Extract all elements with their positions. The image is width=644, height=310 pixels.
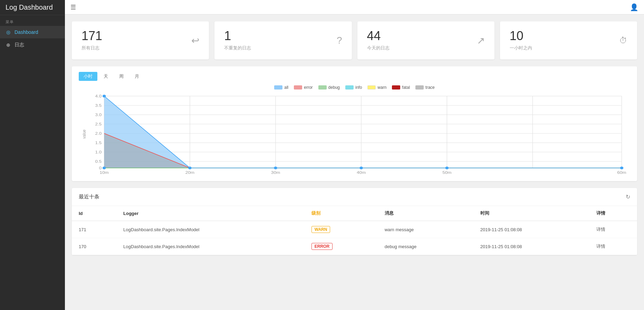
- point-60m: [620, 167, 624, 169]
- svg-text:10m: 10m: [100, 170, 109, 175]
- point-start: [103, 95, 106, 97]
- chart-legend: all error debug info warn: [79, 85, 630, 90]
- point-50m: [445, 167, 449, 169]
- stat-number-unique: 1: [224, 30, 251, 42]
- logs-table: Id Logger 级别 消息 时间 详情 171 LogDashboard.s…: [72, 206, 637, 255]
- cell-level: WARN: [305, 221, 378, 238]
- cell-time: 2019-11-25 01:08:08: [473, 221, 589, 238]
- refresh-icon[interactable]: ↻: [626, 194, 630, 200]
- sidebar-item-logs[interactable]: ⊕ 日志: [0, 38, 65, 51]
- cell-id: 170: [72, 238, 116, 255]
- point-30m: [274, 167, 277, 169]
- chart-svg: 4.0 3.5 3.0 2.5 2.0 1.5 1.0 0.5 0 value …: [79, 93, 630, 176]
- chart-container: 4.0 3.5 3.0 2.5 2.0 1.5 1.0 0.5 0 value …: [79, 93, 630, 176]
- sidebar-item-label-logs: 日志: [15, 42, 24, 48]
- sidebar: Log Dashboard 菜单 ◎ Dashboard ⊕ 日志: [0, 0, 65, 310]
- topbar: ☰ 👤: [65, 0, 644, 15]
- legend-warn: warn: [367, 85, 386, 90]
- cell-logger: LogDashboard.site.Pages.IndexModel: [116, 238, 305, 255]
- col-message: 消息: [378, 206, 473, 221]
- stat-card-today: 44 今天的日志 ↗: [357, 21, 494, 59]
- line-all: [104, 96, 622, 168]
- sidebar-title: Log Dashboard: [0, 0, 65, 15]
- cell-message: debug message: [378, 238, 473, 255]
- legend-info: info: [345, 85, 362, 90]
- col-detail: 详情: [589, 206, 637, 221]
- svg-text:2.5: 2.5: [95, 122, 102, 126]
- content: 171 所有日志 ↩ 1 不重复的日志 ? 44 今天的日志 ↗: [65, 15, 644, 262]
- cell-detail[interactable]: 详情: [589, 221, 637, 238]
- table-header-bar: 最近十条 ↻: [72, 188, 637, 206]
- legend-label-info: info: [355, 85, 362, 90]
- dashboard-icon: ◎: [6, 29, 11, 35]
- detail-link[interactable]: 详情: [596, 244, 605, 249]
- stat-number-hour: 10: [510, 30, 532, 42]
- point-40m: [359, 167, 363, 169]
- stat-number-today: 44: [367, 30, 390, 42]
- legend-label-warn: warn: [377, 85, 386, 90]
- stat-label-today: 今天的日志: [367, 45, 390, 51]
- sidebar-section-label: 菜单: [0, 15, 65, 26]
- cell-level: ERROR: [305, 238, 378, 255]
- topbar-right: 👤: [630, 3, 638, 11]
- cell-detail[interactable]: 详情: [589, 238, 637, 255]
- legend-all: all: [274, 85, 288, 90]
- svg-text:30m: 30m: [271, 170, 280, 175]
- stat-card-hour: 10 一小时之内 ⏱: [500, 21, 637, 59]
- legend-label-fatal: fatal: [402, 85, 410, 90]
- unique-logs-icon: ?: [337, 35, 342, 46]
- level-badge-warn: WARN: [311, 226, 330, 233]
- stat-label-hour: 一小时之内: [510, 45, 532, 51]
- hour-logs-icon: ⏱: [619, 36, 627, 45]
- col-logger: Logger: [116, 206, 305, 221]
- logs-icon: ⊕: [6, 42, 11, 48]
- legend-fatal: fatal: [392, 85, 410, 90]
- chart-tabs: 小时 天 周 月: [79, 72, 630, 81]
- table-row: 170 LogDashboard.site.Pages.IndexModel E…: [72, 238, 637, 255]
- svg-text:20m: 20m: [185, 170, 194, 175]
- cell-id: 171: [72, 221, 116, 238]
- svg-text:0.5: 0.5: [95, 159, 102, 163]
- legend-label-all: all: [284, 85, 288, 90]
- cell-time: 2019-11-25 01:08:08: [473, 238, 589, 255]
- table-section: 最近十条 ↻ Id Logger 级别 消息 时间 详情 171: [72, 188, 637, 255]
- svg-text:0: 0: [99, 166, 102, 170]
- svg-text:2.0: 2.0: [95, 131, 102, 135]
- svg-text:3.0: 3.0: [95, 113, 102, 117]
- point-20m: [188, 167, 192, 169]
- stat-label-unique: 不重复的日志: [224, 45, 251, 51]
- chart-section: 小时 天 周 月 all error debug: [72, 66, 637, 181]
- legend-error: error: [294, 85, 313, 90]
- legend-color-trace: [415, 85, 424, 90]
- sidebar-item-label-dashboard: Dashboard: [15, 29, 38, 35]
- today-logs-icon: ↗: [477, 35, 485, 46]
- table-body: 171 LogDashboard.site.Pages.IndexModel W…: [72, 221, 637, 255]
- svg-text:value: value: [81, 130, 87, 139]
- chart-tab-day[interactable]: 天: [99, 72, 113, 81]
- legend-label-debug: debug: [328, 85, 340, 90]
- stat-label-all: 所有日志: [81, 45, 102, 51]
- col-level: 级别: [305, 206, 378, 221]
- svg-text:1.0: 1.0: [95, 150, 102, 154]
- legend-color-fatal: [392, 85, 400, 90]
- col-id: Id: [72, 206, 116, 221]
- svg-text:60m: 60m: [617, 170, 626, 175]
- chart-tab-hour[interactable]: 小时: [79, 72, 97, 81]
- table-head: Id Logger 级别 消息 时间 详情: [72, 206, 637, 221]
- legend-debug: debug: [318, 85, 340, 90]
- detail-link[interactable]: 详情: [596, 227, 605, 232]
- col-time: 时间: [473, 206, 589, 221]
- svg-text:50m: 50m: [442, 170, 451, 175]
- legend-trace: trace: [415, 85, 435, 90]
- sidebar-item-dashboard[interactable]: ◎ Dashboard: [0, 26, 65, 38]
- legend-label-trace: trace: [425, 85, 435, 90]
- legend-color-info: [345, 85, 354, 90]
- svg-text:40m: 40m: [357, 170, 366, 175]
- stat-card-unique: 1 不重复的日志 ?: [214, 21, 352, 59]
- svg-text:3.5: 3.5: [95, 103, 102, 107]
- chart-tab-month[interactable]: 月: [130, 72, 144, 81]
- menu-icon[interactable]: ☰: [70, 3, 76, 11]
- point-10m: [103, 167, 106, 169]
- user-icon[interactable]: 👤: [630, 3, 638, 11]
- chart-tab-week[interactable]: 周: [114, 72, 128, 81]
